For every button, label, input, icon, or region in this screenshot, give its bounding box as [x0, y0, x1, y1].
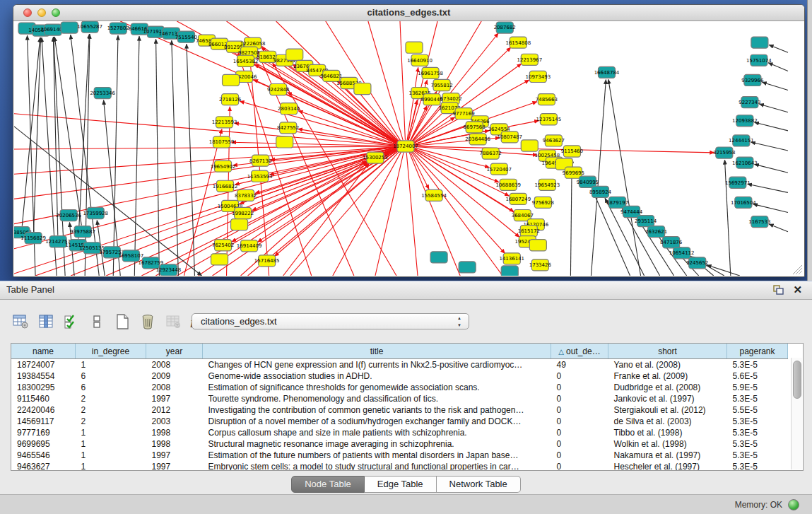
table-cell[interactable]: 5.3E-5 [727, 438, 788, 450]
graph-edge[interactable] [14, 147, 396, 175]
attribute-rows-icon[interactable] [86, 311, 107, 332]
table-cell[interactable]: Franke et al. (2009) [608, 370, 727, 382]
table-cell[interactable]: 2008 [146, 382, 203, 393]
create-column-icon[interactable] [112, 311, 133, 332]
table-cell[interactable]: 1 [76, 438, 146, 450]
table-cell[interactable]: Estimation of significance thresholds fo… [203, 382, 551, 393]
graph-node[interactable] [223, 74, 240, 86]
table-row[interactable]: 911546021997Tourette syndrome. Phenomeno… [11, 393, 788, 404]
table-cell[interactable]: Embryonic stem cells: a model to study s… [203, 461, 551, 471]
graph-edge[interactable] [54, 37, 81, 226]
table-cell[interactable]: Hescheler et al. (1997) [608, 461, 727, 471]
graph-node[interactable] [501, 266, 518, 276]
graph-node[interactable] [406, 42, 423, 53]
graph-node[interactable] [430, 252, 447, 263]
window-resize-grip[interactable] [793, 265, 802, 274]
column-header-short[interactable]: short [608, 344, 727, 359]
column-header-in_degree[interactable]: in_degree [76, 344, 146, 359]
table-cell[interactable]: 1 [76, 450, 146, 461]
table-cell[interactable]: 5.9E-5 [727, 382, 788, 393]
tab-network-table[interactable]: Network Table [437, 476, 521, 493]
table-cell[interactable]: 1997 [146, 461, 203, 471]
graph-edge[interactable] [769, 45, 788, 52]
table-cell[interactable]: Disruption of a novel member of a sodium… [203, 416, 551, 427]
column-header-name[interactable]: name [11, 344, 76, 359]
table-row[interactable]: 1938455462009Genome-wide association stu… [11, 370, 788, 382]
table-cell[interactable]: Corpus callosum shape and size in male p… [203, 427, 551, 438]
graph-node[interactable] [211, 254, 228, 265]
graph-edge[interactable] [768, 63, 788, 71]
table-cell[interactable]: 1997 [146, 450, 203, 461]
network-window-titlebar[interactable]: citations_edges.txt [13, 5, 804, 21]
graph-edge[interactable] [172, 40, 179, 276]
table-cell[interactable]: 9463627 [11, 461, 76, 471]
table-cell[interactable]: 2009 [146, 370, 203, 382]
table-row[interactable]: 969969511998Structural magnetic resonanc… [11, 438, 788, 450]
table-row[interactable]: 1830029562008Estimation of significance … [11, 382, 788, 393]
table-cell[interactable]: 18300295 [11, 382, 76, 393]
minimize-window-button[interactable] [37, 8, 46, 17]
graph-edge[interactable] [368, 21, 403, 140]
table-cell[interactable]: 5.5E-5 [727, 404, 788, 416]
table-cell[interactable]: Structural magnetic resonance image aver… [203, 438, 551, 450]
column-header-pagerank[interactable]: pagerank [727, 344, 788, 359]
select-attributes-icon[interactable] [61, 311, 82, 332]
close-panel-icon[interactable]: ✕ [793, 284, 802, 296]
table-cell[interactable]: 9699695 [11, 438, 76, 450]
graph-node[interactable] [529, 240, 546, 251]
table-cell[interactable]: 6 [76, 382, 146, 393]
table-cell[interactable]: 1997 [146, 393, 203, 404]
graph-edge[interactable] [232, 142, 396, 146]
table-cell[interactable]: Tibbo et al. (1998) [608, 427, 727, 438]
table-row[interactable]: 946554611997Estimation of the future num… [11, 450, 788, 461]
table-cell[interactable]: 6 [76, 370, 146, 382]
table-cell[interactable]: 1998 [146, 438, 203, 450]
table-scrollbar[interactable] [791, 358, 802, 469]
table-cell[interactable]: 9465546 [11, 450, 76, 461]
graph-edge[interactable] [608, 79, 641, 276]
delete-table-icon[interactable] [163, 311, 184, 332]
column-header-out_de[interactable]: △out_de… [551, 344, 608, 359]
graph-edge[interactable] [755, 122, 788, 131]
table-cell[interactable]: Genome-wide association studies in ADHD. [203, 370, 551, 382]
citation-network-graph[interactable]: 1872400715300253140557242069140610655287… [14, 21, 804, 276]
table-cell[interactable]: Jankovic et al. (1997) [608, 393, 727, 404]
graph-node[interactable] [276, 136, 293, 148]
table-cell[interactable]: 22420046 [11, 404, 76, 416]
graph-edge[interactable] [406, 153, 418, 276]
graph-node[interactable] [521, 140, 538, 151]
graph-node[interactable] [231, 219, 248, 230]
tab-node-table[interactable]: Node Table [291, 476, 365, 493]
table-cell[interactable]: 9777169 [11, 427, 76, 438]
table-cell[interactable]: 2008 [146, 359, 203, 371]
table-cell[interactable]: Yano et al. (2008) [608, 359, 727, 371]
table-cell[interactable]: 0 [551, 450, 608, 461]
table-cell[interactable]: 9115460 [11, 393, 76, 404]
graph-edge[interactable] [759, 104, 788, 112]
table-cell[interactable]: 5.3E-5 [727, 427, 788, 438]
table-cell[interactable]: 5.6E-5 [727, 370, 788, 382]
table-cell[interactable]: Estimation of the future numbers of pati… [203, 450, 551, 461]
graph-edge[interactable] [753, 204, 788, 213]
memory-status-indicator[interactable] [788, 499, 799, 510]
table-row[interactable]: 946362711997Embryonic stem cells: a mode… [11, 461, 788, 471]
table-row[interactable]: 1456911722003Disruption of a novel membe… [11, 416, 788, 427]
graph-edge[interactable] [355, 88, 399, 141]
table-scrollbar-thumb[interactable] [793, 361, 801, 399]
graph-edge[interactable] [240, 101, 396, 144]
graph-edge[interactable] [725, 160, 731, 276]
table-cell[interactable]: 2003 [146, 416, 203, 427]
graph-edge[interactable] [187, 44, 195, 276]
table-cell[interactable]: 18724007 [11, 359, 76, 371]
table-cell[interactable]: 49 [551, 359, 608, 371]
graph-edge[interactable] [53, 37, 57, 235]
table-cell[interactable]: Dudbridge et al. (2008) [608, 382, 727, 393]
table-cell[interactable]: 5.3E-5 [727, 416, 788, 427]
graph-edge[interactable] [769, 224, 788, 232]
table-cell[interactable]: 0 [551, 393, 608, 404]
table-cell[interactable]: 0 [551, 438, 608, 450]
table-cell[interactable]: Stergiakouli et al. (2012) [608, 404, 727, 416]
table-cell[interactable]: 1998 [146, 427, 203, 438]
table-cell[interactable]: Changes of HCN gene expression and I(f) … [203, 359, 551, 371]
table-cell[interactable]: 14569117 [11, 416, 76, 427]
